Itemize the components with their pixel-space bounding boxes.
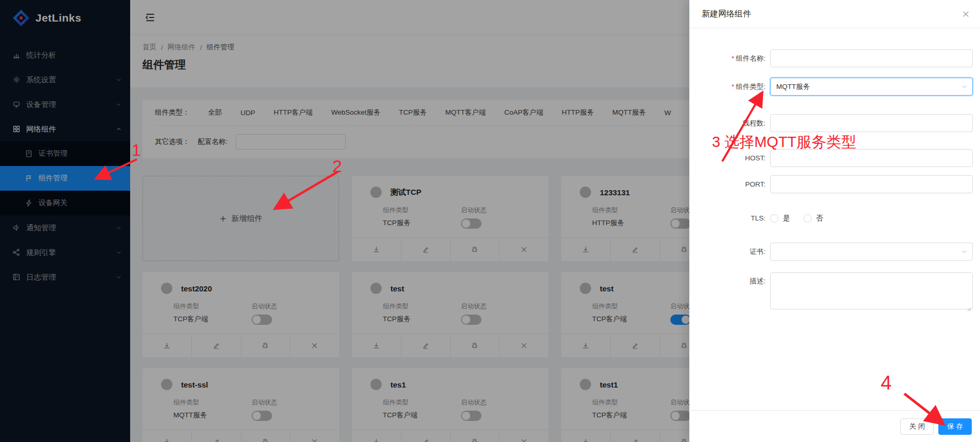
field-row-threads: 线程数: — [689, 114, 973, 132]
drawer-header: 新建网络组件 — [689, 0, 980, 28]
required-asterisk: * — [732, 54, 734, 62]
field-row-host: HOST: — [689, 149, 973, 167]
field-row-type: *组件类型: MQTT服务 — [689, 78, 973, 96]
threads-input[interactable] — [770, 114, 973, 132]
component-type-field-label: *组件类型: — [689, 82, 770, 91]
save-button[interactable]: 保 存 — [938, 418, 972, 435]
tls-yes-radio[interactable] — [770, 214, 778, 223]
component-type-select-value: MQTT服务 — [776, 82, 810, 91]
component-name-label: *组件名称: — [689, 54, 770, 63]
drawer-title: 新建网络组件 — [702, 9, 751, 20]
certificate-select[interactable] — [770, 243, 973, 261]
description-textarea[interactable] — [770, 272, 973, 309]
tls-no-label: 否 — [816, 214, 824, 223]
threads-label: 线程数: — [689, 119, 770, 128]
required-asterisk: * — [732, 83, 734, 90]
chevron-down-icon — [961, 248, 968, 255]
field-row-tls: TLS: 是 否 — [689, 209, 973, 227]
resize-grip-icon[interactable] — [966, 306, 971, 311]
field-row-desc: 描述: — [689, 272, 973, 309]
close-icon[interactable] — [961, 10, 970, 19]
field-row-cert: 证书: — [689, 243, 973, 261]
create-component-drawer: 新建网络组件 *组件名称: *组件类型: MQTT服务 线程数: HOST: P… — [689, 0, 980, 442]
tls-yes-label: 是 — [783, 214, 790, 223]
port-input[interactable] — [770, 175, 973, 193]
drawer-mask[interactable] — [0, 0, 689, 442]
field-row-name: *组件名称: — [689, 49, 973, 67]
port-label: PORT: — [689, 180, 770, 188]
host-label: HOST: — [689, 154, 770, 162]
tls-label: TLS: — [689, 214, 770, 222]
close-button[interactable]: 关 闭 — [900, 418, 934, 435]
chevron-down-icon — [961, 83, 968, 90]
description-label: 描述: — [689, 277, 770, 286]
drawer-footer: 关 闭 保 存 — [689, 410, 980, 442]
component-name-input[interactable] — [770, 49, 973, 67]
app-root: JetLinks 统计分析系统设置设备管理网络组件证书管理组件管理设备网关通知管… — [0, 0, 980, 442]
component-type-select[interactable]: MQTT服务 — [770, 78, 973, 96]
tls-no-radio[interactable] — [804, 214, 812, 223]
field-row-port: PORT: — [689, 175, 973, 193]
certificate-label: 证书: — [689, 247, 770, 256]
host-input[interactable] — [770, 149, 973, 167]
